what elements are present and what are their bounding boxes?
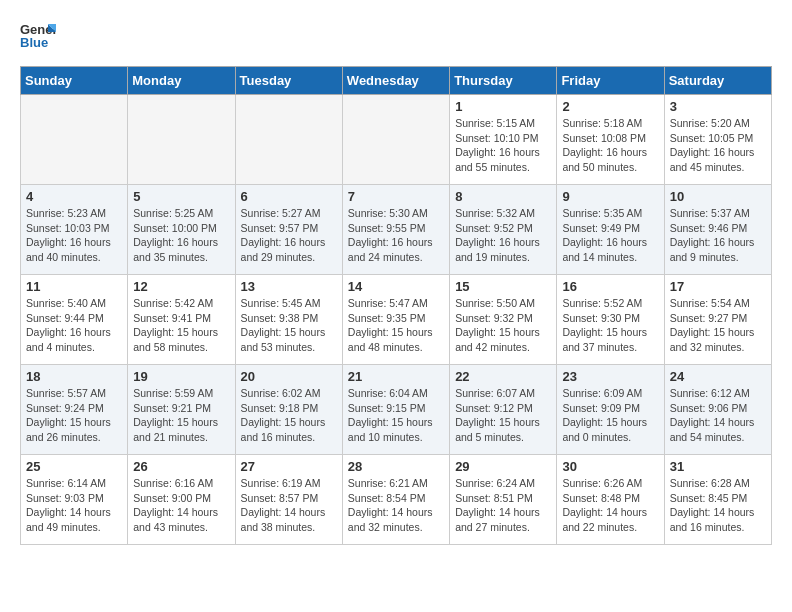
day-number: 7	[348, 189, 444, 204]
day-number: 10	[670, 189, 766, 204]
day-number: 4	[26, 189, 122, 204]
calendar-cell: 4Sunrise: 5:23 AM Sunset: 10:03 PM Dayli…	[21, 185, 128, 275]
calendar-cell: 1Sunrise: 5:15 AM Sunset: 10:10 PM Dayli…	[450, 95, 557, 185]
day-number: 14	[348, 279, 444, 294]
calendar-cell: 14Sunrise: 5:47 AM Sunset: 9:35 PM Dayli…	[342, 275, 449, 365]
day-info: Sunrise: 5:32 AM Sunset: 9:52 PM Dayligh…	[455, 206, 551, 265]
day-number: 18	[26, 369, 122, 384]
week-row-2: 4Sunrise: 5:23 AM Sunset: 10:03 PM Dayli…	[21, 185, 772, 275]
day-info: Sunrise: 5:30 AM Sunset: 9:55 PM Dayligh…	[348, 206, 444, 265]
calendar-cell: 13Sunrise: 5:45 AM Sunset: 9:38 PM Dayli…	[235, 275, 342, 365]
day-number: 30	[562, 459, 658, 474]
day-number: 11	[26, 279, 122, 294]
day-info: Sunrise: 6:14 AM Sunset: 9:03 PM Dayligh…	[26, 476, 122, 535]
day-info: Sunrise: 5:37 AM Sunset: 9:46 PM Dayligh…	[670, 206, 766, 265]
week-row-3: 11Sunrise: 5:40 AM Sunset: 9:44 PM Dayli…	[21, 275, 772, 365]
day-info: Sunrise: 5:54 AM Sunset: 9:27 PM Dayligh…	[670, 296, 766, 355]
day-info: Sunrise: 5:50 AM Sunset: 9:32 PM Dayligh…	[455, 296, 551, 355]
logo: General Blue	[20, 20, 56, 50]
calendar-cell: 10Sunrise: 5:37 AM Sunset: 9:46 PM Dayli…	[664, 185, 771, 275]
day-info: Sunrise: 5:57 AM Sunset: 9:24 PM Dayligh…	[26, 386, 122, 445]
day-number: 2	[562, 99, 658, 114]
calendar-cell: 3Sunrise: 5:20 AM Sunset: 10:05 PM Dayli…	[664, 95, 771, 185]
day-number: 5	[133, 189, 229, 204]
day-info: Sunrise: 5:18 AM Sunset: 10:08 PM Daylig…	[562, 116, 658, 175]
calendar-cell: 9Sunrise: 5:35 AM Sunset: 9:49 PM Daylig…	[557, 185, 664, 275]
day-info: Sunrise: 5:45 AM Sunset: 9:38 PM Dayligh…	[241, 296, 337, 355]
day-info: Sunrise: 6:12 AM Sunset: 9:06 PM Dayligh…	[670, 386, 766, 445]
calendar-cell: 30Sunrise: 6:26 AM Sunset: 8:48 PM Dayli…	[557, 455, 664, 545]
day-number: 23	[562, 369, 658, 384]
day-info: Sunrise: 6:24 AM Sunset: 8:51 PM Dayligh…	[455, 476, 551, 535]
day-number: 12	[133, 279, 229, 294]
day-number: 9	[562, 189, 658, 204]
day-number: 31	[670, 459, 766, 474]
week-row-4: 18Sunrise: 5:57 AM Sunset: 9:24 PM Dayli…	[21, 365, 772, 455]
calendar-cell: 28Sunrise: 6:21 AM Sunset: 8:54 PM Dayli…	[342, 455, 449, 545]
calendar-cell	[21, 95, 128, 185]
weekday-header-tuesday: Tuesday	[235, 67, 342, 95]
calendar-cell: 12Sunrise: 5:42 AM Sunset: 9:41 PM Dayli…	[128, 275, 235, 365]
day-info: Sunrise: 6:04 AM Sunset: 9:15 PM Dayligh…	[348, 386, 444, 445]
day-number: 25	[26, 459, 122, 474]
weekday-header-sunday: Sunday	[21, 67, 128, 95]
day-info: Sunrise: 6:28 AM Sunset: 8:45 PM Dayligh…	[670, 476, 766, 535]
day-info: Sunrise: 6:16 AM Sunset: 9:00 PM Dayligh…	[133, 476, 229, 535]
day-info: Sunrise: 5:15 AM Sunset: 10:10 PM Daylig…	[455, 116, 551, 175]
day-info: Sunrise: 6:02 AM Sunset: 9:18 PM Dayligh…	[241, 386, 337, 445]
day-info: Sunrise: 6:21 AM Sunset: 8:54 PM Dayligh…	[348, 476, 444, 535]
day-number: 8	[455, 189, 551, 204]
calendar-cell: 29Sunrise: 6:24 AM Sunset: 8:51 PM Dayli…	[450, 455, 557, 545]
day-number: 19	[133, 369, 229, 384]
day-number: 3	[670, 99, 766, 114]
calendar-cell: 15Sunrise: 5:50 AM Sunset: 9:32 PM Dayli…	[450, 275, 557, 365]
calendar-cell: 23Sunrise: 6:09 AM Sunset: 9:09 PM Dayli…	[557, 365, 664, 455]
calendar-cell: 5Sunrise: 5:25 AM Sunset: 10:00 PM Dayli…	[128, 185, 235, 275]
logo-icon: General Blue	[20, 20, 56, 50]
weekday-header-row: SundayMondayTuesdayWednesdayThursdayFrid…	[21, 67, 772, 95]
day-number: 13	[241, 279, 337, 294]
day-info: Sunrise: 6:26 AM Sunset: 8:48 PM Dayligh…	[562, 476, 658, 535]
weekday-header-saturday: Saturday	[664, 67, 771, 95]
day-number: 20	[241, 369, 337, 384]
calendar-cell: 20Sunrise: 6:02 AM Sunset: 9:18 PM Dayli…	[235, 365, 342, 455]
calendar-cell: 19Sunrise: 5:59 AM Sunset: 9:21 PM Dayli…	[128, 365, 235, 455]
svg-text:Blue: Blue	[20, 35, 48, 50]
day-number: 17	[670, 279, 766, 294]
calendar-cell: 26Sunrise: 6:16 AM Sunset: 9:00 PM Dayli…	[128, 455, 235, 545]
calendar-cell	[342, 95, 449, 185]
day-info: Sunrise: 5:47 AM Sunset: 9:35 PM Dayligh…	[348, 296, 444, 355]
calendar-cell: 24Sunrise: 6:12 AM Sunset: 9:06 PM Dayli…	[664, 365, 771, 455]
day-number: 24	[670, 369, 766, 384]
calendar-cell: 31Sunrise: 6:28 AM Sunset: 8:45 PM Dayli…	[664, 455, 771, 545]
calendar-cell: 21Sunrise: 6:04 AM Sunset: 9:15 PM Dayli…	[342, 365, 449, 455]
calendar-cell: 17Sunrise: 5:54 AM Sunset: 9:27 PM Dayli…	[664, 275, 771, 365]
calendar-cell: 22Sunrise: 6:07 AM Sunset: 9:12 PM Dayli…	[450, 365, 557, 455]
day-number: 6	[241, 189, 337, 204]
day-info: Sunrise: 5:52 AM Sunset: 9:30 PM Dayligh…	[562, 296, 658, 355]
calendar-cell: 16Sunrise: 5:52 AM Sunset: 9:30 PM Dayli…	[557, 275, 664, 365]
day-info: Sunrise: 5:42 AM Sunset: 9:41 PM Dayligh…	[133, 296, 229, 355]
day-info: Sunrise: 6:19 AM Sunset: 8:57 PM Dayligh…	[241, 476, 337, 535]
calendar-cell	[128, 95, 235, 185]
calendar-cell: 2Sunrise: 5:18 AM Sunset: 10:08 PM Dayli…	[557, 95, 664, 185]
day-number: 22	[455, 369, 551, 384]
calendar-cell: 18Sunrise: 5:57 AM Sunset: 9:24 PM Dayli…	[21, 365, 128, 455]
calendar-cell	[235, 95, 342, 185]
day-info: Sunrise: 5:40 AM Sunset: 9:44 PM Dayligh…	[26, 296, 122, 355]
calendar-cell: 8Sunrise: 5:32 AM Sunset: 9:52 PM Daylig…	[450, 185, 557, 275]
day-info: Sunrise: 5:20 AM Sunset: 10:05 PM Daylig…	[670, 116, 766, 175]
day-number: 21	[348, 369, 444, 384]
day-number: 15	[455, 279, 551, 294]
weekday-header-friday: Friday	[557, 67, 664, 95]
day-number: 1	[455, 99, 551, 114]
day-info: Sunrise: 6:07 AM Sunset: 9:12 PM Dayligh…	[455, 386, 551, 445]
day-info: Sunrise: 5:35 AM Sunset: 9:49 PM Dayligh…	[562, 206, 658, 265]
calendar-cell: 7Sunrise: 5:30 AM Sunset: 9:55 PM Daylig…	[342, 185, 449, 275]
weekday-header-thursday: Thursday	[450, 67, 557, 95]
calendar-cell: 11Sunrise: 5:40 AM Sunset: 9:44 PM Dayli…	[21, 275, 128, 365]
day-number: 29	[455, 459, 551, 474]
day-info: Sunrise: 5:23 AM Sunset: 10:03 PM Daylig…	[26, 206, 122, 265]
week-row-5: 25Sunrise: 6:14 AM Sunset: 9:03 PM Dayli…	[21, 455, 772, 545]
weekday-header-monday: Monday	[128, 67, 235, 95]
